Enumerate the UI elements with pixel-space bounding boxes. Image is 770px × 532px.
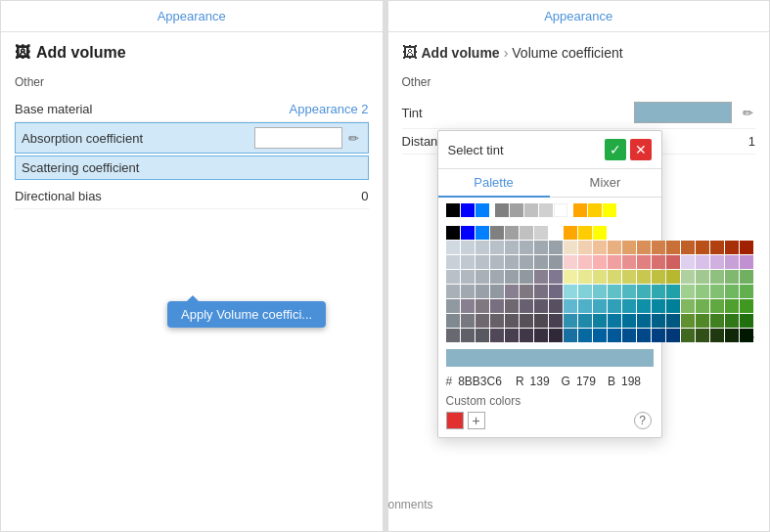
color-cell-1-0[interactable] — [446, 241, 460, 254]
color-cell-1-4[interactable] — [505, 241, 519, 254]
color-cell-2-15[interactable] — [666, 255, 680, 269]
color-cell-3-12[interactable] — [622, 270, 636, 284]
picker-confirm-button[interactable]: ✓ — [605, 139, 626, 160]
color-cell-3-16[interactable] — [681, 270, 695, 284]
color-cell-7-9[interactable] — [578, 329, 592, 342]
color-cell-6-6[interactable] — [534, 314, 548, 328]
color-cell-7-15[interactable] — [666, 329, 680, 342]
color-lightblue[interactable] — [476, 203, 489, 217]
color-cell-4-15[interactable] — [666, 285, 680, 298]
color-cell-3-3[interactable] — [490, 270, 504, 284]
color-cell-4-16[interactable] — [681, 285, 695, 298]
color-cell-6-18[interactable] — [710, 314, 724, 328]
color-cell-3-7[interactable] — [549, 270, 563, 284]
color-gray2[interactable] — [510, 203, 523, 217]
color-cell-3-0[interactable] — [446, 270, 460, 284]
color-cell-3-8[interactable] — [564, 270, 577, 284]
color-cell-7-8[interactable] — [564, 329, 577, 342]
color-cell-1-17[interactable] — [696, 241, 709, 254]
color-cell-0-5[interactable] — [520, 226, 533, 240]
color-cell-5-8[interactable] — [564, 299, 577, 313]
apply-volume-button[interactable]: Apply Volume coeffici... — [167, 301, 326, 328]
color-cell-2-16[interactable] — [681, 255, 695, 269]
color-cell-2-6[interactable] — [534, 255, 548, 269]
color-cell-5-0[interactable] — [446, 299, 460, 313]
color-cell-2-10[interactable] — [593, 255, 607, 269]
color-cell-2-12[interactable] — [622, 255, 636, 269]
color-cell-4-19[interactable] — [725, 285, 739, 298]
color-cell-2-1[interactable] — [461, 255, 475, 269]
color-cell-2-13[interactable] — [637, 255, 651, 269]
color-cell-5-4[interactable] — [505, 299, 519, 313]
color-cell-4-12[interactable] — [622, 285, 636, 298]
color-cell-1-1[interactable] — [461, 241, 475, 254]
color-cell-3-17[interactable] — [696, 270, 709, 284]
color-cell-0-8[interactable] — [564, 226, 577, 240]
color-cell-5-3[interactable] — [490, 299, 504, 313]
color-cell-0-7[interactable] — [549, 226, 563, 240]
color-cell-5-15[interactable] — [666, 299, 680, 313]
color-cell-6-20[interactable] — [740, 314, 753, 328]
color-cell-1-18[interactable] — [710, 241, 724, 254]
color-cell-7-5[interactable] — [520, 329, 533, 342]
color-cell-4-6[interactable] — [534, 285, 548, 298]
color-yellow1[interactable] — [588, 203, 602, 217]
color-cell-7-1[interactable] — [461, 329, 475, 342]
color-cell-4-8[interactable] — [564, 285, 577, 298]
color-cell-3-6[interactable] — [534, 270, 548, 284]
color-cell-7-3[interactable] — [490, 329, 504, 342]
color-cell-5-19[interactable] — [725, 299, 739, 313]
color-cell-6-8[interactable] — [564, 314, 577, 328]
color-cell-6-13[interactable] — [637, 314, 651, 328]
color-cell-2-5[interactable] — [520, 255, 533, 269]
color-cell-1-14[interactable] — [652, 241, 665, 254]
color-cell-6-16[interactable] — [681, 314, 695, 328]
color-gray1[interactable] — [495, 203, 509, 217]
color-cell-6-0[interactable] — [446, 314, 460, 328]
custom-color-add-button[interactable]: + — [468, 412, 485, 429]
color-cell-6-5[interactable] — [520, 314, 533, 328]
color-cell-6-15[interactable] — [666, 314, 680, 328]
color-cell-5-20[interactable] — [740, 299, 753, 313]
color-cell-1-9[interactable] — [578, 241, 592, 254]
color-cell-1-11[interactable] — [608, 241, 621, 254]
tint-swatch[interactable] — [634, 102, 732, 123]
color-yellow2[interactable] — [603, 203, 616, 217]
color-cell-4-1[interactable] — [461, 285, 475, 298]
color-cell-4-4[interactable] — [505, 285, 519, 298]
color-cell-6-7[interactable] — [549, 314, 563, 328]
color-cell-1-20[interactable] — [740, 241, 753, 254]
color-cell-6-3[interactable] — [490, 314, 504, 328]
color-cell-0-10[interactable] — [593, 226, 607, 240]
color-cell-2-19[interactable] — [725, 255, 739, 269]
color-cell-2-3[interactable] — [490, 255, 504, 269]
color-cell-2-7[interactable] — [549, 255, 563, 269]
color-cell-3-10[interactable] — [593, 270, 607, 284]
color-cell-6-14[interactable] — [652, 314, 665, 328]
color-cell-3-18[interactable] — [710, 270, 724, 284]
color-cell-3-1[interactable] — [461, 270, 475, 284]
color-cell-2-2[interactable] — [476, 255, 489, 269]
help-icon[interactable]: ? — [634, 412, 652, 429]
color-cell-0-6[interactable] — [534, 226, 548, 240]
color-cell-4-11[interactable] — [608, 285, 621, 298]
color-orange[interactable] — [573, 203, 587, 217]
color-cell-2-18[interactable] — [710, 255, 724, 269]
color-cell-6-17[interactable] — [696, 314, 709, 328]
color-cell-2-0[interactable] — [446, 255, 460, 269]
color-cell-1-16[interactable] — [681, 241, 695, 254]
color-cell-7-20[interactable] — [740, 329, 753, 342]
color-cell-6-9[interactable] — [578, 314, 592, 328]
color-cell-3-20[interactable] — [740, 270, 753, 284]
color-cell-1-5[interactable] — [520, 241, 533, 254]
color-cell-5-13[interactable] — [637, 299, 651, 313]
color-cell-5-7[interactable] — [549, 299, 563, 313]
color-cell-2-4[interactable] — [505, 255, 519, 269]
base-material-link[interactable]: Appearance 2 — [290, 102, 369, 116]
color-gray4[interactable] — [539, 203, 553, 217]
color-cell-5-1[interactable] — [461, 299, 475, 313]
color-cell-5-16[interactable] — [681, 299, 695, 313]
color-cell-6-1[interactable] — [461, 314, 475, 328]
color-cell-3-4[interactable] — [505, 270, 519, 284]
color-cell-5-17[interactable] — [696, 299, 709, 313]
